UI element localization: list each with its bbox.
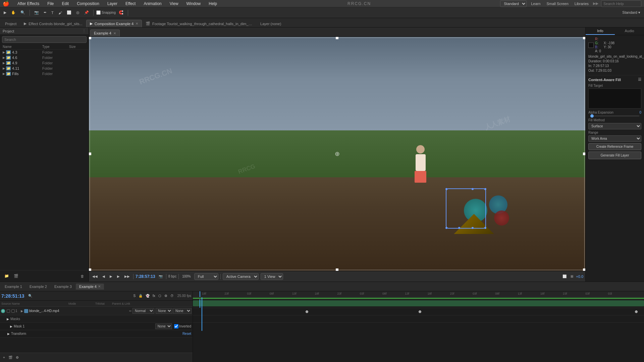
tl-frame-blending-btn[interactable]: ⏱ — [169, 294, 175, 298]
viewer-tab-example4[interactable]: Example 4 ✕ — [90, 29, 120, 37]
masks-expand-arrow[interactable]: ▶ — [7, 317, 9, 321]
layer-mode-select[interactable]: NormalAddMultiply — [132, 308, 154, 314]
generate-fill-layer-button[interactable]: Generate Fill Layer — [588, 152, 641, 159]
handle-left[interactable] — [89, 153, 91, 155]
tab-comp-close[interactable]: ✕ — [136, 22, 138, 25]
zoom-tool[interactable]: 🔍 — [19, 10, 27, 15]
new-folder-button[interactable]: 📁 — [3, 273, 11, 279]
tab-audio[interactable]: Audio — [615, 27, 644, 35]
hand-tool[interactable]: ✋ — [9, 10, 17, 15]
menu-file[interactable]: File — [46, 1, 55, 6]
tl-shy-btn[interactable]: 👻 — [145, 294, 151, 298]
tl-tab-example3[interactable]: Example 3 — [51, 284, 75, 290]
tl-comp-btn[interactable]: 🎬 — [7, 355, 13, 360]
tab-effect-controls[interactable]: ▶ Effect Controls blonde_girl_sits... — [20, 20, 86, 27]
list-item[interactable]: ▶ 📁 4.6 Folder — [0, 55, 89, 60]
handle-tl[interactable] — [89, 37, 91, 39]
timeline-time-display[interactable]: 7:28:51:13 — [1, 293, 24, 299]
menu-after-effects[interactable]: After Effects — [16, 1, 41, 6]
menu-composition[interactable]: Composition — [75, 1, 101, 6]
search-help-input[interactable] — [601, 0, 641, 7]
handle-top[interactable] — [336, 37, 338, 39]
alpha-slider-thumb[interactable] — [590, 114, 594, 118]
handle-right[interactable] — [583, 153, 585, 155]
tl-tab4-close[interactable]: ✕ — [98, 285, 101, 288]
layer-solo-btn[interactable] — [7, 309, 10, 313]
camera-select[interactable]: Active Camera — [223, 273, 259, 280]
parent-select[interactable]: None — [173, 308, 192, 314]
handle-bl[interactable] — [89, 268, 91, 271]
snapping-checkbox-label[interactable]: Snapping — [96, 10, 116, 15]
transform-expand-arrow[interactable]: ▶ — [7, 332, 10, 336]
quality-dropdown[interactable]: FullHalfQuarter — [194, 273, 218, 280]
menu-effect[interactable]: Effect — [124, 1, 137, 6]
layer-lock-btn[interactable] — [11, 309, 15, 313]
workspace-dropdown[interactable]: Standard ▾ — [621, 10, 642, 15]
tl-draft-btn[interactable]: ⚙ — [163, 294, 168, 298]
list-item[interactable]: ▶ 📁 4.11 Folder — [0, 66, 89, 71]
delete-item-button[interactable]: 🗑 — [79, 274, 86, 279]
alpha-slider-track[interactable] — [590, 116, 639, 116]
pen-tool[interactable]: ✒ — [42, 10, 48, 15]
list-item[interactable]: ▶ 📁 4.3 Folder — [0, 50, 89, 55]
small-screen-button[interactable]: Small Screen — [545, 1, 570, 6]
project-search-input[interactable] — [2, 36, 87, 43]
keyframe-2[interactable] — [418, 310, 422, 313]
handle-br[interactable] — [583, 268, 585, 271]
work-area-indicator[interactable] — [193, 298, 644, 299]
brush-tool[interactable]: 🖌 — [57, 10, 64, 15]
fill-method-dropdown[interactable]: SurfaceObjectEdge Blend — [588, 123, 641, 129]
tl-tab-example1[interactable]: Example 1 — [1, 284, 25, 290]
roi-btn[interactable]: ⬜ — [561, 274, 568, 279]
puppet-tool[interactable]: 📌 — [83, 10, 91, 15]
playhead-cursor[interactable] — [200, 297, 204, 302]
libraries-button[interactable]: Libraries — [573, 1, 590, 6]
step-fwd-btn[interactable]: ▶ — [116, 274, 121, 279]
menu-edit[interactable]: Edit — [60, 1, 70, 6]
tl-motion-blur-btn[interactable]: ⬡ — [157, 294, 162, 298]
tab-composition[interactable]: ▶ Composition Example 4 ✕ — [86, 20, 142, 27]
project-menu-icon[interactable]: ⋮ — [82, 29, 86, 33]
tl-track-bar-1[interactable] — [193, 300, 644, 306]
preview-btn[interactable]: ◀◀ — [91, 274, 99, 279]
tab-layer[interactable]: Layer (none) — [257, 20, 285, 27]
keyframe-1[interactable] — [305, 310, 309, 313]
current-time-display[interactable]: 7:28:57:13 — [136, 274, 155, 279]
workspace-preset-dropdown[interactable]: DefaultStandard — [500, 0, 527, 7]
mask1-inverted-label[interactable]: Inverted — [174, 324, 191, 328]
tl-lock-btn[interactable]: 🔒 — [138, 294, 144, 298]
menu-layer[interactable]: Layer — [106, 1, 119, 6]
end-btn[interactable]: ▶▶ — [123, 274, 131, 279]
tab-project[interactable]: Project — [1, 20, 20, 27]
create-reference-frame-button[interactable]: Create Reference Frame — [588, 143, 641, 150]
camera-tool[interactable]: 📷 — [33, 10, 41, 15]
camera-btn[interactable]: 📷 — [157, 274, 164, 279]
play-btn[interactable]: ▶ — [108, 274, 114, 279]
transform-reset-btn[interactable]: Reset — [182, 332, 191, 336]
transparency-btn[interactable]: ⊞ — [569, 274, 575, 279]
menu-animation[interactable]: Animation — [142, 1, 163, 6]
step-back-btn[interactable]: ◀ — [101, 274, 106, 279]
alpha-slider-row[interactable] — [588, 116, 641, 116]
menu-window[interactable]: Window — [185, 1, 202, 6]
tl-search-btn[interactable]: 🔍 — [27, 294, 33, 298]
apple-icon[interactable]: 🍎 — [3, 0, 9, 7]
layer-visibility-btn[interactable]: ● — [1, 309, 5, 313]
menu-view[interactable]: View — [168, 1, 180, 6]
trkmat-select[interactable]: None — [156, 308, 172, 314]
layer-edit-btn[interactable]: ✏ — [129, 309, 132, 313]
tl-solo-btn[interactable]: S — [132, 294, 137, 298]
magnet-icon[interactable]: 🧲 — [117, 10, 125, 15]
text-tool[interactable]: T — [50, 10, 55, 15]
handle-bottom[interactable] — [336, 268, 338, 271]
snapping-checkbox[interactable] — [96, 10, 101, 15]
layer-expand-arrow[interactable]: ▶ — [21, 309, 24, 313]
viewer-tab-close[interactable]: ✕ — [113, 32, 116, 35]
keyframe-3[interactable] — [634, 310, 638, 313]
mask1-mode-select[interactable]: NoneAddSubtract — [155, 323, 172, 329]
roto-tool[interactable]: ◎ — [74, 10, 81, 15]
caf-menu-icon[interactable]: ☰ — [638, 77, 641, 82]
tab-footage[interactable]: 🎬 Footage Tourist_walking_through_cathed… — [142, 20, 257, 27]
tab-info[interactable]: Info — [586, 27, 615, 35]
tl-add-layer-btn[interactable]: + — [2, 355, 6, 360]
